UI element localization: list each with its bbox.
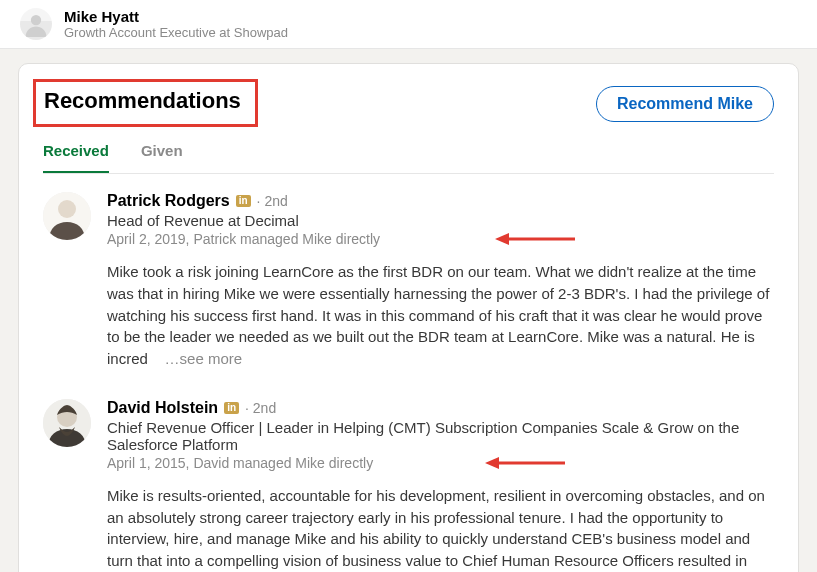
tabs: Received Given: [43, 132, 774, 174]
recommend-button[interactable]: Recommend Mike: [596, 86, 774, 122]
premium-badge-icon: in: [224, 402, 239, 414]
section-title: Recommendations: [44, 88, 241, 114]
connection-degree: · 2nd: [245, 400, 276, 416]
recommendation-meta: April 1, 2015, David managed Mike direct…: [107, 455, 774, 471]
premium-badge-icon: in: [236, 195, 251, 207]
profile-subtitle: Growth Account Executive at Showpad: [64, 25, 288, 40]
profile-name[interactable]: Mike Hyatt: [64, 8, 288, 25]
annotation-highlight-box: Recommendations: [33, 79, 258, 127]
recommender-name[interactable]: Patrick Rodgers: [107, 192, 230, 210]
recommender-name[interactable]: David Holstein: [107, 399, 218, 417]
connection-degree: · 2nd: [257, 193, 288, 209]
recommendation-text: Mike is results-oriented, accountable fo…: [107, 485, 774, 572]
svg-point-0: [31, 15, 41, 25]
profile-avatar[interactable]: [20, 8, 52, 40]
svg-point-2: [58, 200, 76, 218]
tab-received[interactable]: Received: [43, 132, 109, 173]
recommendations-card: Recommendations Recommend Mike Received …: [18, 63, 799, 572]
recommendation-item: Patrick Rodgers in · 2nd Head of Revenue…: [43, 174, 774, 374]
recommender-title: Head of Revenue at Decimal: [107, 212, 774, 229]
recommendation-body: Mike is results-oriented, accountable fo…: [107, 487, 765, 572]
recommender-title: Chief Revenue Officer | Leader in Helpin…: [107, 419, 774, 453]
recommender-avatar[interactable]: [43, 192, 91, 240]
see-more-link[interactable]: …see more: [165, 350, 243, 367]
recommender-avatar[interactable]: [43, 399, 91, 447]
recommendation-meta: April 2, 2019, Patrick managed Mike dire…: [107, 231, 774, 247]
tab-given[interactable]: Given: [141, 132, 183, 173]
recommendation-item: David Holstein in · 2nd Chief Revenue Of…: [43, 374, 774, 572]
recommendation-text: Mike took a risk joining LearnCore as th…: [107, 261, 774, 370]
profile-header: Mike Hyatt Growth Account Executive at S…: [0, 0, 817, 49]
